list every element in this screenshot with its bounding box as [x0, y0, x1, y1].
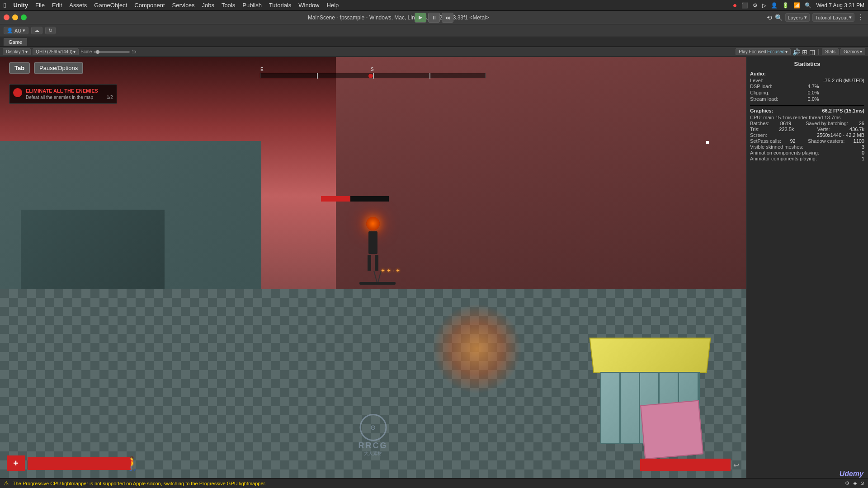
skinned-value: 3	[862, 144, 864, 150]
viewport-options-bar: Display 1 ▾ QHD (2560x1440) ▾ Scale 1x P…	[0, 47, 868, 57]
watermark-sub: 大人素材	[364, 450, 382, 457]
menu-window[interactable]: Window	[298, 2, 319, 9]
step-button[interactable]: ⏭	[442, 13, 453, 23]
audio-level-row: Level: -75.2 dB (MUTED)	[750, 78, 864, 83]
search-toolbar-icon[interactable]: 🔍	[775, 14, 783, 21]
history-icon[interactable]: ⟲	[767, 14, 772, 21]
account-button[interactable]: 👤 AU ▾	[4, 27, 28, 34]
graphics-section: Graphics: 66.2 FPS (15.1ms) CPU: main 15…	[750, 108, 864, 161]
render-value: 13.7ms	[825, 115, 841, 120]
setpass-label: SetPass calls:	[750, 138, 781, 144]
sparks: ✦ ✦ · ✦	[381, 267, 400, 274]
menu-tutorials[interactable]: Tutorials	[269, 2, 291, 9]
scale-thumb	[96, 50, 99, 54]
statusbar-icon-2[interactable]: ◈	[853, 480, 857, 486]
statusbar-icon-3[interactable]: ⊙	[860, 480, 864, 486]
audio-icon[interactable]: 🔊	[793, 48, 800, 56]
resolution-dropdown[interactable]: QHD (2560x1440) ▾	[33, 48, 79, 55]
watermark-circle: ⊙	[359, 414, 387, 441]
gizmos-label: Gizmos	[844, 49, 859, 54]
tris-row: Tris: 222.5k Verts: 436.7k	[750, 127, 864, 132]
play-icon: ▷	[762, 2, 766, 9]
anim-playing-value: 0	[862, 150, 864, 155]
layers-dropdown[interactable]: Layers ▾	[785, 13, 810, 22]
unity-toolbar: MainScene - fpssample - Windows, Mac, Li…	[0, 11, 868, 24]
animator-value: 1	[862, 156, 864, 161]
statusbar: ⚠ The Progressive CPU lightmapper is not…	[0, 478, 868, 488]
collab-button[interactable]: ↻	[45, 27, 56, 34]
menu-unity[interactable]: Unity	[13, 2, 28, 9]
enemy-head	[366, 217, 380, 230]
play-focused-dropdown[interactable]: Play Focused Focused ▾	[736, 48, 791, 55]
scale-control: Scale 1x	[80, 49, 137, 54]
warning-icon: ⚠	[4, 480, 9, 487]
audio-detail-grid: DSP load: 4.7% Clipping: 0.0% Stream loa…	[750, 84, 864, 102]
audio-clipping-label: Clipping:	[750, 90, 807, 95]
layers-dropdown-arrow: ▾	[804, 14, 807, 20]
enemy-health-bar	[321, 196, 389, 202]
anim-playing-label: Animation components playing:	[750, 150, 819, 155]
stats-button[interactable]: Stats	[822, 48, 839, 55]
shadow-label: Shadow casters:	[808, 138, 844, 144]
pause-button[interactable]: ⏸	[428, 13, 440, 23]
game-tab[interactable]: Game	[4, 38, 27, 46]
play-button[interactable]: ▶	[415, 13, 426, 23]
menubar:  Unity File Edit Assets GameObject Comp…	[0, 0, 868, 11]
explosion-effect	[432, 304, 522, 394]
scale-value: 1x	[132, 49, 137, 54]
menu-help[interactable]: Help	[327, 2, 339, 9]
cpu-label: CPU: main 15.1ms render thread 13.7ms	[750, 115, 841, 120]
menu-assets[interactable]: Assets	[69, 2, 87, 9]
watermark: ⊙ RRCG 大人素材	[359, 414, 388, 457]
stats-label: Stats	[825, 49, 835, 54]
menu-gameobject[interactable]: GameObject	[94, 2, 127, 9]
health-filled	[321, 196, 350, 202]
screen-row: Screen: 2560x1440 - 42.2 MB	[750, 132, 864, 138]
menu-file[interactable]: File	[35, 2, 45, 9]
skinned-row: Visible skinned meshes: 3	[750, 144, 864, 150]
game-tabbar: Game	[0, 37, 868, 47]
viewport-right-options: Play Focused Focused ▾ 🔊 ⊞ ◫ Stats Gizmo…	[736, 48, 865, 56]
apple-menu[interactable]: 	[4, 1, 6, 9]
game-viewport[interactable]: ✦ ✦ · ✦ ⊙ RRCG 大人素材 Tab Pause/Options	[0, 57, 746, 478]
layout-dropdown[interactable]: Tutorial Layout ▾	[812, 13, 854, 22]
display-dropdown-arrow: ▾	[25, 49, 28, 54]
menu-services[interactable]: Services	[172, 2, 195, 9]
search-icon[interactable]: 🔍	[805, 2, 811, 9]
health-empty	[350, 196, 389, 202]
aspect-icon[interactable]: ◫	[809, 48, 815, 56]
collab-icon: ↻	[48, 28, 52, 33]
crate-rib-2	[621, 373, 640, 443]
stats-divider-1	[750, 105, 864, 106]
saved-value: 26	[859, 121, 864, 126]
enemy-leg-right	[375, 255, 378, 271]
display-dropdown[interactable]: Display 1 ▾	[3, 48, 31, 55]
grid-icon[interactable]: ⊞	[802, 48, 807, 56]
shadow-value: 1100	[854, 138, 864, 144]
gizmos-button[interactable]: Gizmos ▾	[840, 48, 865, 55]
resolution-dropdown-arrow: ▾	[73, 49, 75, 54]
statusbar-icon-1[interactable]: ⚙	[845, 480, 849, 486]
watermark-brand: RRCG	[359, 441, 388, 450]
close-button[interactable]	[4, 14, 9, 20]
menu-component[interactable]: Component	[134, 2, 165, 9]
tripod-base	[359, 282, 396, 285]
scale-text-label: Scale	[80, 49, 92, 54]
cloud-button[interactable]: ☁	[31, 27, 42, 34]
menu-publish[interactable]: Publish	[242, 2, 262, 9]
menu-edit[interactable]: Edit	[52, 2, 62, 9]
maximize-button[interactable]	[21, 14, 27, 20]
battery-icon: 🔋	[782, 2, 789, 9]
right-toolbar: ⟲ 🔍 Layers ▾ Tutorial Layout ▾ ⋮	[767, 13, 864, 22]
menu-tools[interactable]: Tools	[222, 2, 235, 9]
audio-level-label: Level:	[750, 78, 763, 83]
menu-jobs[interactable]: Jobs	[202, 2, 214, 9]
play-controls: ▶ ⏸ ⏭	[415, 13, 453, 23]
statistics-panel: Statistics Audio: Level: -75.2 dB (MUTED…	[746, 57, 868, 478]
more-options-icon[interactable]: ⋮	[857, 13, 864, 22]
audio-dsp-label: DSP load:	[750, 84, 807, 89]
audio-dsp-value: 4.7%	[808, 84, 865, 89]
scale-slider[interactable]	[94, 51, 130, 53]
minimize-button[interactable]	[12, 14, 18, 20]
screen-record-icon: ⬛	[741, 2, 748, 9]
